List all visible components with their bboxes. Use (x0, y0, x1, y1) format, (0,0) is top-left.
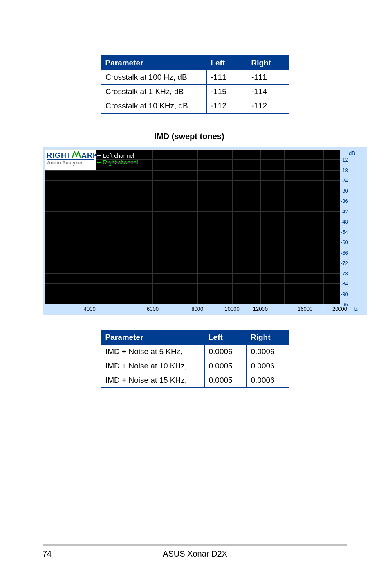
cell-left: 0.0006 (204, 345, 247, 359)
brand-ark-text: ARK (81, 152, 99, 159)
chart-x-axis: Hz 40006000800010000120001600020000 (45, 304, 340, 313)
footer-title: ASUS Xonar D2X (63, 549, 327, 559)
page-number: 74 (43, 549, 63, 559)
y-tick: -18 (341, 167, 357, 173)
legend-label-right: Right channel (103, 159, 138, 166)
x-tick: 4000 (84, 306, 96, 312)
legend-swatch-right (97, 162, 101, 163)
gridline-h (45, 201, 340, 201)
table-row: IMD + Noise at 10 KHz, 0.0005 0.0006 (101, 359, 289, 373)
col-header-parameter: Parameter (101, 56, 206, 70)
gridline-v (305, 149, 305, 304)
cell-left: -112 (206, 99, 247, 114)
y-tick: -60 (341, 239, 357, 245)
cell-right: -114 (247, 85, 289, 99)
chart-title: IMD (swept tones) (0, 132, 379, 141)
y-tick: -12 (341, 157, 357, 163)
table-row: IMD + Noise at 5 KHz, 0.0006 0.0006 (101, 345, 289, 359)
y-tick: -24 (341, 177, 357, 183)
brand-m-icon (72, 151, 81, 159)
col-header-right: Right (247, 330, 289, 345)
gridline-h (45, 232, 340, 232)
gridline-h (45, 170, 340, 171)
cell-right: -111 (247, 70, 289, 85)
legend-label-left: Left channel (103, 153, 134, 159)
gridline-h (45, 242, 340, 242)
gridline-v-minor (284, 149, 285, 304)
col-header-left: Left (206, 56, 247, 70)
gridline-v (90, 149, 90, 304)
table-row: Crosstalk at 10 KHz, dB -112 -112 (101, 99, 289, 114)
gridline-h (45, 283, 340, 284)
gridline-v (152, 149, 153, 304)
brand-right-text: RIGHT (47, 152, 72, 159)
legend-swatch-left (97, 155, 101, 156)
x-tick: 6000 (147, 306, 159, 312)
x-tick: 8000 (191, 306, 203, 312)
y-tick: -48 (341, 218, 357, 224)
y-tick: -42 (341, 208, 357, 214)
cell-param: Crosstalk at 10 KHz, dB (101, 99, 206, 114)
gridline-v (197, 149, 198, 304)
cell-left: 0.0005 (204, 373, 247, 388)
y-tick: -78 (341, 270, 357, 276)
gridline-h (45, 294, 340, 294)
y-tick: -54 (341, 229, 357, 235)
x-axis-unit: Hz (351, 306, 358, 312)
y-tick: -30 (341, 188, 357, 194)
crosstalk-table: Parameter Left Right Crosstalk at 100 Hz… (101, 55, 289, 114)
y-tick: -84 (341, 281, 357, 287)
y-tick: -72 (341, 260, 357, 266)
chart-y-axis: dB -12-18-24-30-36-42-48-54-60-66-72-78-… (340, 149, 360, 304)
cell-right: -112 (247, 99, 289, 114)
y-tick: -66 (341, 249, 357, 256)
cell-right: 0.0006 (247, 359, 289, 373)
chart-plot-area: RIGHT ARK Audio Analyzer Left channel (45, 149, 340, 304)
x-tick: 10000 (224, 306, 239, 312)
col-header-left: Left (204, 330, 247, 345)
cell-param: IMD + Noise at 5 KHz, (101, 345, 204, 359)
document-page: Parameter Left Right Crosstalk at 100 Hz… (0, 0, 390, 588)
chart-brand-badge: RIGHT ARK Audio Analyzer (45, 150, 96, 170)
col-header-right: Right (247, 56, 289, 70)
table-row: Crosstalk at 1 KHz, dB -115 -114 (101, 85, 289, 99)
gridline-h (45, 222, 340, 222)
imd-noise-table: Parameter Left Right IMD + Noise at 5 KH… (101, 330, 289, 388)
x-tick: 16000 (298, 306, 312, 312)
gridline-v (232, 149, 233, 304)
imd-chart: RIGHT ARK Audio Analyzer Left channel (43, 147, 367, 315)
x-tick: 12000 (253, 306, 268, 312)
cell-right: 0.0006 (247, 345, 289, 359)
gridline-h (45, 273, 340, 274)
gridline-h (45, 263, 340, 263)
cell-right: 0.0006 (247, 373, 289, 388)
gridline-h (45, 191, 340, 191)
brand-subtitle: Audio Analyzer (47, 159, 94, 166)
cell-param: Crosstalk at 100 Hz, dB: (101, 70, 206, 85)
table-row: IMD + Noise at 15 KHz, 0.0005 0.0006 (101, 373, 289, 388)
cell-left: 0.0005 (204, 359, 247, 373)
gridline-h (45, 253, 340, 253)
y-tick: -36 (341, 198, 357, 204)
gridline-h (45, 211, 340, 212)
cell-param: Crosstalk at 1 KHz, dB (101, 85, 206, 99)
gridline-v-minor (323, 149, 324, 304)
page-footer: 74 ASUS Xonar D2X (0, 544, 390, 559)
x-tick: 20000 (332, 306, 347, 312)
cell-left: -111 (206, 70, 247, 85)
y-axis-unit: dB (349, 150, 355, 156)
cell-param: IMD + Noise at 10 KHz, (101, 359, 204, 373)
cell-left: -115 (206, 85, 247, 99)
col-header-parameter: Parameter (101, 330, 204, 345)
table-row: Crosstalk at 100 Hz, dB: -111 -111 (101, 70, 289, 85)
y-tick: -90 (341, 291, 357, 297)
gridline-h (45, 180, 340, 181)
cell-param: IMD + Noise at 15 KHz, (101, 373, 204, 388)
gridline-v (260, 149, 261, 304)
chart-legend: Left channel Right channel (97, 153, 138, 166)
